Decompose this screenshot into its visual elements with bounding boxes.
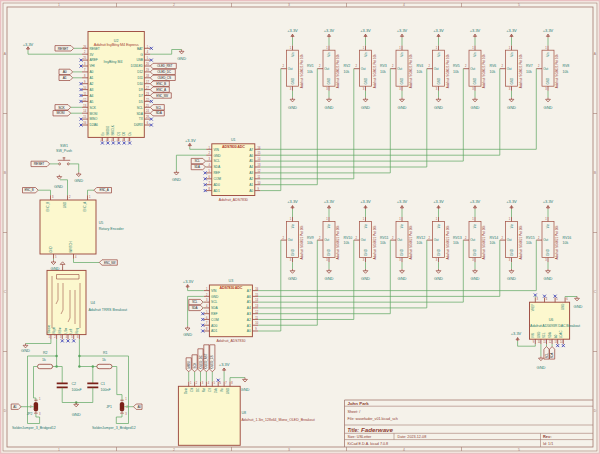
svg-text:ENC_B: ENC_B	[24, 188, 33, 192]
svg-text:MISO: MISO	[90, 117, 98, 121]
svg-text:Vin: Vin	[327, 224, 331, 229]
svg-text:A1: A1	[247, 324, 251, 328]
svg-text:A3: A3	[90, 88, 94, 92]
svg-text:C1: C1	[100, 382, 105, 386]
svg-text:GND: GND	[288, 276, 297, 281]
svg-text:GND: GND	[400, 77, 404, 85]
svg-text:GND: GND	[434, 105, 443, 110]
svg-text:GND: GND	[241, 387, 250, 392]
svg-text:+3.3V: +3.3V	[360, 199, 371, 204]
svg-text:GND: GND	[364, 248, 368, 256]
svg-text:GND: GND	[54, 184, 63, 189]
svg-text:+3.3V: +3.3V	[324, 28, 335, 33]
svg-text:Vin: Vin	[364, 224, 368, 229]
svg-text:Out: Out	[543, 238, 548, 242]
svg-text:SCK: SCK	[193, 363, 197, 369]
svg-text:AD1: AD1	[213, 189, 220, 193]
svg-text:ENC_B: ENC_B	[46, 202, 50, 212]
svg-text:Adafruit SG6021 Pot 10k: Adafruit SG6021 Pot 10k	[409, 54, 413, 89]
svg-text:Adafruit SG6021 Pot 10k: Adafruit SG6021 Pot 10k	[482, 225, 486, 260]
svg-text:Rst: Rst	[202, 388, 206, 393]
svg-text:JP2: JP2	[27, 412, 33, 416]
svg-text:A2: A2	[249, 177, 253, 181]
svg-text:A5: A5	[247, 300, 251, 304]
svg-text:GND: GND	[325, 105, 334, 110]
svg-text:D12: D12	[137, 70, 143, 74]
svg-text:REF: REF	[213, 171, 220, 175]
svg-text:Adafruit SG6021 Pot 10k: Adafruit SG6021 Pot 10k	[446, 225, 450, 260]
svg-text:10k: 10k	[526, 70, 532, 74]
svg-text:MOSI: MOSI	[90, 112, 98, 116]
svg-text:Rev:: Rev:	[543, 434, 551, 439]
svg-text:GND: GND	[507, 105, 516, 110]
svg-text:Vin: Vin	[546, 52, 550, 57]
svg-text:En: En	[101, 132, 105, 136]
svg-text:D7: D7	[139, 94, 143, 98]
svg-text:R2: R2	[43, 351, 48, 355]
svg-text:1: 1	[58, 448, 60, 452]
svg-text:Out: Out	[470, 238, 475, 242]
svg-text:A2: A2	[90, 82, 94, 86]
svg-text:RV10: RV10	[344, 236, 353, 240]
svg-text:+3.3V: +3.3V	[287, 28, 298, 33]
svg-text:U6: U6	[549, 318, 554, 322]
svg-text:ADS7830 ADC: ADS7830 ADC	[222, 145, 245, 149]
svg-text:10k: 10k	[453, 241, 459, 245]
svg-text:RV15: RV15	[526, 236, 535, 240]
svg-text:SW1: SW1	[60, 144, 68, 148]
svg-text:+3.3V: +3.3V	[470, 28, 481, 33]
svg-text:2: 2	[173, 3, 175, 7]
svg-text:10k: 10k	[344, 241, 350, 245]
svg-text:GND: GND	[21, 348, 30, 353]
svg-text:Vin: Vin	[437, 224, 441, 229]
svg-text:D10: D10	[137, 82, 143, 86]
svg-text:Vin: Vin	[364, 52, 368, 57]
svg-text:+3.3V: +3.3V	[543, 28, 554, 33]
svg-text:U8: U8	[242, 411, 247, 415]
svg-text:GND: GND	[226, 388, 230, 394]
svg-text:RSw: RSw	[58, 327, 62, 334]
svg-text:A4: A4	[247, 306, 251, 310]
svg-text:A0: A0	[249, 189, 253, 193]
svg-text:Rotary Encoder: Rotary Encoder	[99, 227, 125, 231]
svg-text:Adafruit SG6021 Pot 10k: Adafruit SG6021 Pot 10k	[300, 225, 304, 260]
svg-text:Faderwave: Faderwave	[361, 426, 394, 433]
svg-text:AD1: AD1	[211, 329, 218, 333]
svg-text:RV14: RV14	[490, 236, 499, 240]
svg-text:ADS7830 ADC: ADS7830 ADC	[220, 286, 243, 290]
svg-text:GND: GND	[63, 202, 67, 208]
svg-text:+3.3V: +3.3V	[506, 28, 517, 33]
svg-text:1k: 1k	[42, 358, 46, 362]
svg-text:SCL: SCL	[194, 159, 200, 163]
svg-text:10k: 10k	[380, 241, 386, 245]
svg-text:Vin: Vin	[510, 52, 514, 57]
svg-text:GND: GND	[537, 365, 546, 370]
svg-text:Adafruit SG6021 Pot 10k: Adafruit SG6021 Pot 10k	[519, 225, 523, 260]
svg-text:Size: USLetter: Size: USLetter	[348, 435, 373, 439]
svg-text:SolderJumper_3_Bridged12: SolderJumper_3_Bridged12	[92, 426, 136, 430]
svg-text:Out: Out	[324, 67, 329, 71]
svg-text:Out: Out	[288, 238, 293, 242]
svg-text:+3.3V: +3.3V	[506, 199, 517, 204]
svg-text:5: 5	[518, 3, 520, 7]
svg-text:VHI: VHI	[90, 64, 95, 68]
svg-text:GND: GND	[400, 248, 404, 256]
svg-text:GND: GND	[437, 77, 441, 85]
svg-text:A0: A0	[137, 405, 141, 409]
svg-text:10k: 10k	[526, 241, 532, 245]
svg-text:GND: GND	[291, 248, 295, 256]
svg-text:4: 4	[403, 3, 405, 7]
svg-text:U1: U1	[231, 138, 236, 142]
svg-text:Ring: Ring	[75, 327, 79, 333]
svg-text:SCL: SCL	[137, 106, 143, 110]
svg-text:Out: Out	[434, 67, 439, 71]
svg-text:GND: GND	[327, 77, 331, 85]
svg-text:A1: A1	[63, 76, 67, 80]
svg-text:Vin: Vin	[291, 52, 295, 57]
svg-text:D0: D0	[122, 132, 126, 136]
svg-text:+3.3V: +3.3V	[324, 199, 335, 204]
svg-text:VIN: VIN	[213, 148, 219, 152]
svg-text:A3: A3	[247, 312, 251, 316]
svg-text:RV13: RV13	[453, 236, 462, 240]
svg-text:+3.3V: +3.3V	[360, 28, 371, 33]
